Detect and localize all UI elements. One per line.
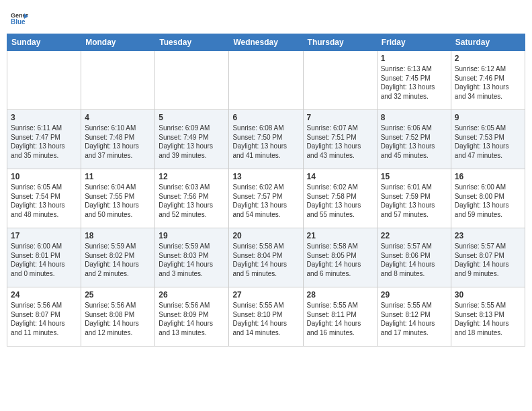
day-number: 30 xyxy=(455,290,521,300)
day-number: 23 xyxy=(455,231,521,240)
day-number: 15 xyxy=(381,172,447,181)
calendar-week-4: 17Sunrise: 6:00 AM Sunset: 8:01 PM Dayli… xyxy=(7,228,525,287)
calendar-cell: 5Sunrise: 6:09 AM Sunset: 7:49 PM Daylig… xyxy=(155,110,229,169)
day-number: 25 xyxy=(85,290,151,300)
day-number: 8 xyxy=(381,113,447,122)
cell-content: Sunrise: 6:00 AM Sunset: 8:00 PM Dayligh… xyxy=(455,183,521,219)
header-day-friday: Friday xyxy=(377,34,451,51)
cell-content: Sunrise: 6:08 AM Sunset: 7:50 PM Dayligh… xyxy=(232,124,299,160)
cell-content: Sunrise: 6:13 AM Sunset: 7:45 PM Dayligh… xyxy=(381,64,447,101)
calendar-cell: 12Sunrise: 6:03 AM Sunset: 7:56 PM Dayli… xyxy=(155,169,229,228)
day-number: 13 xyxy=(232,172,299,181)
cell-content: Sunrise: 5:56 AM Sunset: 8:07 PM Dayligh… xyxy=(11,301,77,337)
calendar-cell: 25Sunrise: 5:56 AM Sunset: 8:08 PM Dayli… xyxy=(81,287,155,347)
day-number: 27 xyxy=(232,290,299,300)
cell-content: Sunrise: 6:11 AM Sunset: 7:47 PM Dayligh… xyxy=(11,124,77,160)
calendar-week-1: 1Sunrise: 6:13 AM Sunset: 7:45 PM Daylig… xyxy=(7,51,525,110)
calendar-cell: 13Sunrise: 6:02 AM Sunset: 7:57 PM Dayli… xyxy=(229,169,303,228)
day-number: 11 xyxy=(85,172,151,181)
cell-content: Sunrise: 6:03 AM Sunset: 7:56 PM Dayligh… xyxy=(159,183,225,219)
day-number: 26 xyxy=(159,290,225,300)
calendar-cell: 3Sunrise: 6:11 AM Sunset: 7:47 PM Daylig… xyxy=(7,110,81,169)
cell-content: Sunrise: 5:57 AM Sunset: 8:06 PM Dayligh… xyxy=(381,242,447,278)
cell-content: Sunrise: 6:00 AM Sunset: 8:01 PM Dayligh… xyxy=(11,242,77,278)
calendar-cell: 27Sunrise: 5:55 AM Sunset: 8:10 PM Dayli… xyxy=(229,287,303,347)
day-number: 29 xyxy=(381,290,447,300)
day-number: 9 xyxy=(455,113,521,122)
calendar-cell: 30Sunrise: 5:55 AM Sunset: 8:13 PM Dayli… xyxy=(451,287,525,347)
day-number: 6 xyxy=(232,113,299,122)
cell-content: Sunrise: 5:55 AM Sunset: 8:13 PM Dayligh… xyxy=(455,301,521,337)
calendar-cell: 7Sunrise: 6:07 AM Sunset: 7:51 PM Daylig… xyxy=(303,110,377,169)
calendar-cell xyxy=(229,51,303,110)
day-number: 16 xyxy=(455,172,521,181)
header-day-monday: Monday xyxy=(81,34,155,51)
day-number: 5 xyxy=(159,113,225,122)
calendar-cell xyxy=(155,51,229,110)
cell-content: Sunrise: 5:59 AM Sunset: 8:02 PM Dayligh… xyxy=(85,242,151,278)
cell-content: Sunrise: 5:59 AM Sunset: 8:03 PM Dayligh… xyxy=(159,242,225,278)
calendar-cell: 20Sunrise: 5:58 AM Sunset: 8:04 PM Dayli… xyxy=(229,228,303,287)
day-number: 3 xyxy=(11,113,77,122)
day-number: 18 xyxy=(85,231,151,240)
day-number: 14 xyxy=(307,172,373,181)
day-number: 7 xyxy=(307,113,373,122)
calendar-cell: 15Sunrise: 6:01 AM Sunset: 7:59 PM Dayli… xyxy=(377,169,451,228)
cell-content: Sunrise: 6:05 AM Sunset: 7:54 PM Dayligh… xyxy=(11,183,77,219)
calendar-cell: 4Sunrise: 6:10 AM Sunset: 7:48 PM Daylig… xyxy=(81,110,155,169)
calendar-cell: 10Sunrise: 6:05 AM Sunset: 7:54 PM Dayli… xyxy=(7,169,81,228)
logo: General Blue xyxy=(9,9,31,28)
header-day-thursday: Thursday xyxy=(303,34,377,51)
calendar-cell xyxy=(81,51,155,110)
day-number: 20 xyxy=(232,231,299,240)
cell-content: Sunrise: 5:55 AM Sunset: 8:12 PM Dayligh… xyxy=(381,301,447,337)
calendar-cell: 8Sunrise: 6:06 AM Sunset: 7:52 PM Daylig… xyxy=(377,110,451,169)
calendar-cell: 9Sunrise: 6:05 AM Sunset: 7:53 PM Daylig… xyxy=(451,110,525,169)
header-day-tuesday: Tuesday xyxy=(155,34,229,51)
cell-content: Sunrise: 5:57 AM Sunset: 8:07 PM Dayligh… xyxy=(455,242,521,278)
calendar-cell xyxy=(303,51,377,110)
cell-content: Sunrise: 5:56 AM Sunset: 8:09 PM Dayligh… xyxy=(159,301,225,337)
cell-content: Sunrise: 6:02 AM Sunset: 7:57 PM Dayligh… xyxy=(232,183,299,219)
calendar-cell: 18Sunrise: 5:59 AM Sunset: 8:02 PM Dayli… xyxy=(81,228,155,287)
day-number: 22 xyxy=(381,231,447,240)
logo-icon: General Blue xyxy=(9,9,28,28)
cell-content: Sunrise: 5:58 AM Sunset: 8:05 PM Dayligh… xyxy=(307,242,373,278)
calendar-cell: 1Sunrise: 6:13 AM Sunset: 7:45 PM Daylig… xyxy=(377,51,451,110)
day-number: 4 xyxy=(85,113,151,122)
day-number: 1 xyxy=(381,54,447,63)
cell-content: Sunrise: 6:12 AM Sunset: 7:46 PM Dayligh… xyxy=(455,64,521,101)
svg-text:Blue: Blue xyxy=(11,18,26,26)
day-number: 10 xyxy=(11,172,77,181)
calendar-cell: 2Sunrise: 6:12 AM Sunset: 7:46 PM Daylig… xyxy=(451,51,525,110)
calendar-week-5: 24Sunrise: 5:56 AM Sunset: 8:07 PM Dayli… xyxy=(7,287,525,347)
calendar-cell xyxy=(7,51,81,110)
cell-content: Sunrise: 5:55 AM Sunset: 8:10 PM Dayligh… xyxy=(232,301,299,337)
calendar-cell: 16Sunrise: 6:00 AM Sunset: 8:00 PM Dayli… xyxy=(451,169,525,228)
calendar-cell: 6Sunrise: 6:08 AM Sunset: 7:50 PM Daylig… xyxy=(229,110,303,169)
day-number: 2 xyxy=(455,54,521,63)
cell-content: Sunrise: 5:58 AM Sunset: 8:04 PM Dayligh… xyxy=(232,242,299,278)
day-number: 17 xyxy=(11,231,77,240)
calendar-cell: 19Sunrise: 5:59 AM Sunset: 8:03 PM Dayli… xyxy=(155,228,229,287)
calendar-table: SundayMondayTuesdayWednesdayThursdayFrid… xyxy=(7,34,525,347)
header-day-saturday: Saturday xyxy=(451,34,525,51)
calendar-cell: 21Sunrise: 5:58 AM Sunset: 8:05 PM Dayli… xyxy=(303,228,377,287)
day-number: 28 xyxy=(307,290,373,300)
cell-content: Sunrise: 6:09 AM Sunset: 7:49 PM Dayligh… xyxy=(159,124,225,160)
header-day-sunday: Sunday xyxy=(7,34,81,51)
calendar-cell: 14Sunrise: 6:02 AM Sunset: 7:58 PM Dayli… xyxy=(303,169,377,228)
cell-content: Sunrise: 6:02 AM Sunset: 7:58 PM Dayligh… xyxy=(307,183,373,219)
cell-content: Sunrise: 6:04 AM Sunset: 7:55 PM Dayligh… xyxy=(85,183,151,219)
header-row: SundayMondayTuesdayWednesdayThursdayFrid… xyxy=(7,34,525,51)
calendar-cell: 28Sunrise: 5:55 AM Sunset: 8:11 PM Dayli… xyxy=(303,287,377,347)
cell-content: Sunrise: 6:07 AM Sunset: 7:51 PM Dayligh… xyxy=(307,124,373,160)
calendar-cell: 24Sunrise: 5:56 AM Sunset: 8:07 PM Dayli… xyxy=(7,287,81,347)
calendar-week-3: 10Sunrise: 6:05 AM Sunset: 7:54 PM Dayli… xyxy=(7,169,525,228)
cell-content: Sunrise: 6:06 AM Sunset: 7:52 PM Dayligh… xyxy=(381,124,447,160)
day-number: 19 xyxy=(159,231,225,240)
cell-content: Sunrise: 5:55 AM Sunset: 8:11 PM Dayligh… xyxy=(307,301,373,337)
day-number: 24 xyxy=(11,290,77,300)
calendar-cell: 17Sunrise: 6:00 AM Sunset: 8:01 PM Dayli… xyxy=(7,228,81,287)
cell-content: Sunrise: 6:05 AM Sunset: 7:53 PM Dayligh… xyxy=(455,124,521,160)
